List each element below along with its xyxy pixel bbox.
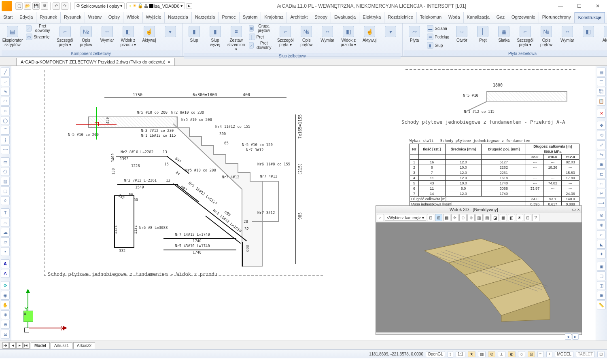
ribbon-wymiar[interactable]: ↔Wymiar bbox=[317, 24, 337, 44]
v3d-b7[interactable]: ▥ bbox=[475, 214, 483, 221]
ribbon-aktywuj[interactable]: ☝Aktywuj bbox=[599, 24, 607, 44]
polyline-tool-icon[interactable]: ⟋ bbox=[1, 77, 10, 86]
hatch-tool-icon[interactable]: ▨ bbox=[1, 177, 10, 186]
status-grid-icon[interactable]: ▦ bbox=[478, 351, 486, 357]
rt-chamfer-icon[interactable]: ◣ bbox=[597, 240, 606, 249]
ribbon-podciąg[interactable]: ═Podciąg bbox=[425, 33, 451, 41]
status-model[interactable]: MODEL bbox=[555, 351, 573, 357]
layout-next-icon[interactable]: ▸ bbox=[16, 342, 23, 349]
status-plus-icon[interactable]: + bbox=[546, 351, 553, 357]
curve2-tool-icon[interactable]: ⌓ bbox=[1, 218, 10, 227]
zoomin-tool-icon[interactable]: ⊕ bbox=[1, 310, 10, 319]
document-tab[interactable]: ArCADia-KOMPONENT ZELBETOWY Przykład 2.d… bbox=[16, 58, 175, 66]
zoomext-tool-icon[interactable]: ⊡ bbox=[1, 330, 10, 339]
refresh-tool-icon[interactable]: ⟳ bbox=[1, 281, 10, 290]
status-end-icon[interactable]: ⊡ bbox=[597, 351, 605, 357]
ribbon-płyta[interactable]: ▱Płyta bbox=[404, 24, 424, 44]
ribbon-wymiar[interactable]: ↔Wymiar bbox=[557, 24, 577, 44]
v3d-b14[interactable]: ? bbox=[532, 214, 539, 221]
rt-offset-icon[interactable]: ⊏ bbox=[597, 169, 606, 178]
menu-tab-ewakuacja[interactable]: Ewakuacja bbox=[331, 12, 359, 23]
ribbon-grupa-prętów[interactable]: ⊞Grupa prętów bbox=[247, 24, 275, 32]
v3d-b4[interactable]: ✈ bbox=[451, 214, 458, 221]
menu-tab-narzędzia[interactable]: Narzędzia bbox=[192, 12, 219, 23]
menu-tab-gaz[interactable]: Gaz bbox=[493, 12, 508, 23]
ribbon-szczegół-pręta-[interactable]: ⌐Szczegół pręta ▾ bbox=[515, 24, 535, 49]
line-tool-icon[interactable]: ╱ bbox=[1, 68, 10, 76]
ribbon-strzemię[interactable]: ▭Strzemię bbox=[24, 33, 54, 41]
menu-tab-kanalizacja[interactable]: Kanalizacja bbox=[464, 12, 493, 23]
ribbon-more[interactable]: ▾ bbox=[160, 24, 180, 40]
menu-tab-opisy[interactable]: Opisy bbox=[105, 12, 123, 23]
layout-tab-2[interactable]: Arkusz2 bbox=[73, 342, 95, 349]
v3d-b11[interactable]: ◧ bbox=[508, 214, 515, 221]
rt-explode-icon[interactable]: ✦ bbox=[597, 250, 606, 258]
dtext-tool-icon[interactable]: A bbox=[1, 269, 10, 278]
v3d-b6[interactable]: ⊕ bbox=[467, 214, 475, 221]
status-lwt-icon[interactable]: ≡ bbox=[537, 351, 544, 357]
region-tool-icon[interactable]: ▢ bbox=[1, 186, 10, 195]
v3d-b12[interactable]: ☀ bbox=[516, 214, 523, 221]
status-ucs-icon[interactable]: ⟟ bbox=[448, 351, 453, 358]
qat-new-icon[interactable]: ▢ bbox=[15, 2, 23, 10]
wheel-tool-icon[interactable]: ◉ bbox=[1, 291, 10, 300]
ribbon-aktywuj[interactable]: ☝Aktywuj bbox=[139, 24, 159, 44]
ribbon-pręt[interactable]: │Pręt bbox=[247, 33, 275, 41]
menu-tab-system[interactable]: System bbox=[240, 12, 261, 23]
qat-undo-icon[interactable]: ↶ bbox=[53, 2, 60, 10]
layout-first-icon[interactable]: ⏮ bbox=[2, 342, 9, 349]
curve-tool-icon[interactable]: 〰 bbox=[1, 145, 10, 154]
ribbon-opis-prętów[interactable]: №Opis prętów bbox=[536, 24, 556, 49]
rt-extend-icon[interactable]: ⟶ bbox=[597, 199, 606, 207]
menu-tab-wstaw[interactable]: Wstaw bbox=[85, 12, 105, 23]
ribbon-słup[interactable]: ▮Słup bbox=[425, 41, 451, 49]
v3d-b3[interactable]: ▦ bbox=[443, 214, 450, 221]
boundary-tool-icon[interactable]: ◊ bbox=[1, 196, 10, 205]
ribbon-szczegół-pręta-[interactable]: ⌐Szczegół pręta ▾ bbox=[55, 24, 75, 49]
status-snap-icon[interactable]: ⊙ bbox=[488, 351, 495, 357]
v3d-b8[interactable]: ▤ bbox=[484, 214, 491, 221]
arc3-tool-icon[interactable]: ⟆ bbox=[1, 135, 10, 144]
rt-layers-icon[interactable]: ☰ bbox=[597, 77, 606, 86]
arc2-tool-icon[interactable]: ⌒ bbox=[1, 126, 10, 135]
menu-tab-elektryka[interactable]: Elektryka bbox=[359, 12, 384, 23]
revision-tool-icon[interactable]: ☁ bbox=[1, 228, 10, 237]
rt-break-icon[interactable]: ⊘ bbox=[597, 211, 606, 220]
ribbon-opis-prętów[interactable]: №Opis prętów bbox=[76, 24, 96, 49]
rt-join-icon[interactable]: ⊕ bbox=[597, 220, 606, 229]
rt-group-icon[interactable]: ▣ bbox=[597, 262, 606, 271]
nav-right-icon[interactable]: ▸ bbox=[572, 333, 579, 340]
ribbon-ściana[interactable]: ▬Ściana bbox=[425, 24, 451, 32]
ribbon-wymiar[interactable]: ↔Wymiar bbox=[97, 24, 117, 44]
ribbon-siatka[interactable]: ▦Siatka bbox=[494, 24, 514, 44]
ribbon-słup-wyżej[interactable]: ▮Słup wyżej bbox=[205, 24, 225, 49]
polygon-tool-icon[interactable]: ⬠ bbox=[1, 167, 10, 176]
ribbon-zestaw-strzemion-[interactable]: ≡Zestaw strzemion ▾ bbox=[226, 24, 246, 53]
rt-trim-icon[interactable]: ✂ bbox=[597, 189, 606, 198]
rt-block-icon[interactable]: ◫ bbox=[597, 281, 606, 290]
menu-tab-rysunek[interactable]: Rysunek bbox=[61, 12, 85, 23]
ribbon-opis-prętów[interactable]: №Opis prętów bbox=[296, 24, 316, 49]
ribbon-pręt[interactable]: │Pręt bbox=[473, 24, 493, 44]
layout-prev-icon[interactable]: ◂ bbox=[9, 342, 16, 349]
view3d-titlebar[interactable]: Widok 3D - [Nieaktywny] ▭ × bbox=[376, 206, 582, 213]
nav-left-icon[interactable]: ◂ bbox=[565, 333, 571, 340]
menu-tab-rysunek[interactable]: Rysunek bbox=[36, 12, 61, 23]
layout-tab-1[interactable]: Arkusz1 bbox=[51, 342, 72, 349]
qat-print-icon[interactable]: 🖶 bbox=[41, 2, 48, 10]
ellipse-tool-icon[interactable]: ◯ bbox=[1, 116, 10, 125]
status-scale[interactable]: 1:1 bbox=[456, 351, 465, 357]
layout-tab-model[interactable]: Model bbox=[31, 342, 50, 349]
menu-tab-inwentaryzacja[interactable]: Inwentaryzacja bbox=[605, 12, 607, 23]
rt-mirror-icon[interactable]: ⇋ bbox=[597, 150, 606, 159]
v3d-b13[interactable]: ⊡ bbox=[524, 214, 531, 221]
v3d-b10[interactable]: ▦ bbox=[500, 214, 507, 221]
ribbon-more[interactable]: ◧ bbox=[578, 24, 599, 40]
rt-ungroup-icon[interactable]: ▢ bbox=[597, 271, 606, 280]
rect-tool-icon[interactable]: ▭ bbox=[1, 157, 10, 166]
view3d-canvas[interactable] bbox=[376, 222, 582, 332]
arc-tool-icon[interactable]: ◠ bbox=[1, 97, 10, 106]
ribbon-more[interactable]: ▾ bbox=[380, 24, 401, 40]
v3d-b1[interactable]: ⊡ bbox=[427, 214, 434, 221]
view3d-max-icon[interactable]: ▭ bbox=[572, 207, 576, 212]
